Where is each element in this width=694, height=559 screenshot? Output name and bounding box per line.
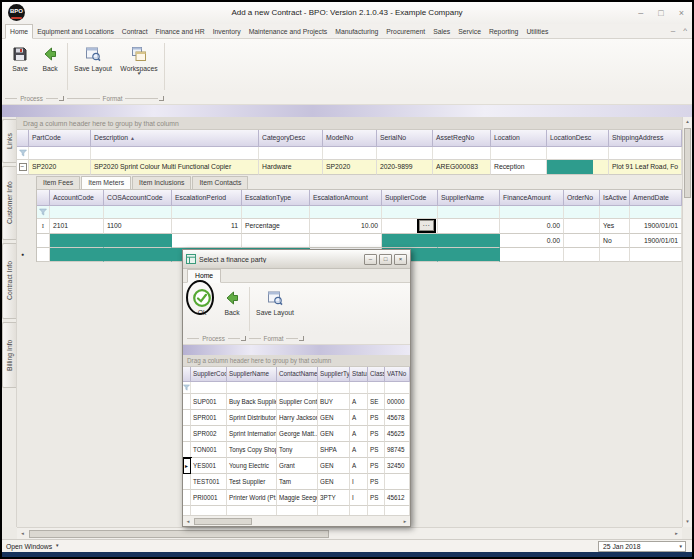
column-header-orderno[interactable]: OrderNo	[564, 190, 600, 206]
cell[interactable]: Grant	[277, 458, 318, 474]
filter-cell[interactable]	[438, 206, 500, 219]
maximize-icon[interactable]: □	[658, 8, 663, 18]
dialog-back-button[interactable]: Back	[217, 285, 247, 333]
filter-cell[interactable]	[318, 382, 350, 394]
filter-cell[interactable]	[172, 206, 242, 219]
column-header-suppliercode[interactable]: SupplierCode	[382, 190, 438, 206]
cell[interactable]: A	[350, 458, 368, 474]
close-icon[interactable]: ×	[679, 8, 684, 18]
dialog-group-by-panel[interactable]: Drag a column header here to group by th…	[183, 355, 410, 367]
cell[interactable]: GEN	[318, 426, 350, 442]
column-header-categorydesc[interactable]: CategoryDesc	[259, 130, 323, 147]
filter-cell[interactable]	[29, 147, 91, 160]
cell[interactable]: Tony	[277, 442, 318, 458]
cell[interactable]: Buy Back Supplier	[227, 394, 277, 410]
cell[interactable]	[600, 248, 630, 262]
cell[interactable]	[242, 234, 310, 248]
column-header-description[interactable]: Description▲	[91, 130, 259, 147]
filter-cell[interactable]	[547, 147, 609, 160]
dialog-close-icon[interactable]: ×	[394, 254, 407, 265]
group-by-panel[interactable]: Drag a column header here to group by th…	[17, 117, 682, 130]
cell[interactable]: Tam	[277, 474, 318, 490]
cell-suppliercode[interactable]: ...	[382, 219, 438, 234]
column-header-amenddate[interactable]: AmendDate	[630, 190, 682, 206]
open-windows-button[interactable]: Open Windows ▼	[6, 543, 60, 550]
cell[interactable]: 45612	[385, 490, 410, 506]
cell-accountcode[interactable]: 2101	[50, 219, 104, 234]
filter-cell[interactable]	[500, 206, 564, 219]
filter-cell[interactable]	[104, 206, 172, 219]
tab-service[interactable]: Service	[454, 24, 485, 39]
column-header-isactive[interactable]: IsActive	[600, 190, 630, 206]
table-row-selected[interactable]: ► YES001 Young Electric Grant GEN A PS 3…	[183, 458, 410, 474]
tab-manufacturing[interactable]: Manufacturing	[331, 24, 382, 39]
cell-partcode[interactable]: SP2020	[29, 160, 91, 175]
cell[interactable]	[385, 474, 410, 490]
cell[interactable]: PS	[368, 474, 385, 490]
column-header-class[interactable]: Class	[368, 367, 385, 382]
group-launcher-icon[interactable]	[299, 336, 304, 341]
cell[interactable]: Maggie Seegers	[277, 490, 318, 506]
cell[interactable]	[318, 506, 350, 515]
cell-financeamount[interactable]: 0.00	[500, 219, 564, 234]
ok-button[interactable]: Ok	[187, 285, 217, 333]
cell-escalationperiod[interactable]: 11	[172, 219, 242, 234]
column-header-suppliertype[interactable]: SupplierType	[318, 367, 350, 382]
cell[interactable]	[385, 506, 410, 515]
cell[interactable]: TON001	[191, 442, 227, 458]
filter-cell[interactable]	[491, 147, 547, 160]
cell-isactive[interactable]: Yes	[600, 219, 630, 234]
table-row[interactable]: 0.00 No 1900/01/01	[37, 234, 682, 248]
table-row[interactable]: I 2101 1100 11 Percentage 10.00 ... 0.00…	[37, 219, 682, 234]
group-launcher-icon[interactable]	[159, 96, 164, 101]
dialog-tab-home[interactable]: Home	[187, 269, 221, 283]
date-field[interactable]: 25 Jan 2018 ▼	[598, 541, 686, 552]
cell[interactable]: TEST001	[191, 474, 227, 490]
cell[interactable]: 3PTY	[318, 490, 350, 506]
cell-assetregno[interactable]: AREG000083	[433, 160, 491, 175]
cell[interactable]: I	[350, 490, 368, 506]
filter-cell[interactable]	[191, 382, 227, 394]
cell[interactable]	[350, 506, 368, 515]
minimize-icon[interactable]: –	[638, 8, 643, 18]
vertical-scrollbar[interactable]: ▲ ▼	[682, 117, 692, 527]
cell-orderno[interactable]	[564, 219, 600, 234]
cell[interactable]: 45678	[385, 410, 410, 426]
column-header-contactname[interactable]: ContactName▲	[277, 367, 318, 382]
scroll-up-icon[interactable]: ▲	[683, 117, 692, 127]
filter-cell[interactable]	[564, 206, 600, 219]
tab-sales[interactable]: Sales	[429, 24, 454, 39]
filter-cell[interactable]	[50, 206, 104, 219]
pin-ribbon-icon[interactable]: ^	[683, 26, 687, 36]
scroll-left-icon[interactable]: ◄	[17, 531, 28, 536]
column-header-vatno[interactable]: VATNo	[385, 367, 410, 382]
cell[interactable]: PS	[368, 410, 385, 426]
table-row[interactable]: SUP001 Buy Back Supplier Supplier Cont..…	[183, 394, 410, 410]
tab-item-meters[interactable]: Item Meters	[81, 176, 131, 189]
filter-cell[interactable]	[242, 206, 310, 219]
cell-amenddate[interactable]: 1900/01/01	[630, 234, 682, 248]
cell[interactable]: PS	[368, 426, 385, 442]
cell[interactable]: YES001	[191, 458, 227, 474]
cell[interactable]	[191, 506, 227, 515]
column-header-status[interactable]: Status	[350, 367, 368, 382]
cell-escalationamount[interactable]: 10.00	[310, 219, 382, 234]
cell[interactable]: SHPA	[318, 442, 350, 458]
cell[interactable]: GEN	[318, 410, 350, 426]
save-layout-button[interactable]: Save Layout	[70, 41, 116, 72]
tab-maintenance-and-projects[interactable]: Maintenance and Projects	[245, 24, 332, 39]
cell[interactable]	[172, 234, 242, 248]
scroll-left-icon[interactable]: ◄	[183, 519, 193, 524]
tab-utilities[interactable]: Utilities	[522, 24, 552, 39]
cell[interactable]: 98745	[385, 442, 410, 458]
cell-suppliername[interactable]	[438, 219, 500, 234]
column-header-shippingaddress[interactable]: ShippingAddress	[609, 130, 682, 147]
cell-cosaccountcode[interactable]: 1100	[104, 219, 172, 234]
filter-cell[interactable]	[377, 147, 433, 160]
cell[interactable]: SUP001	[191, 394, 227, 410]
tab-reporting[interactable]: Reporting	[485, 24, 522, 39]
cell-modelno[interactable]: SP2020	[323, 160, 377, 175]
filter-cell[interactable]	[385, 382, 410, 394]
table-row[interactable]: SPR001 Sprint Distributor... Harry Jacks…	[183, 410, 410, 426]
cell[interactable]	[227, 506, 277, 515]
